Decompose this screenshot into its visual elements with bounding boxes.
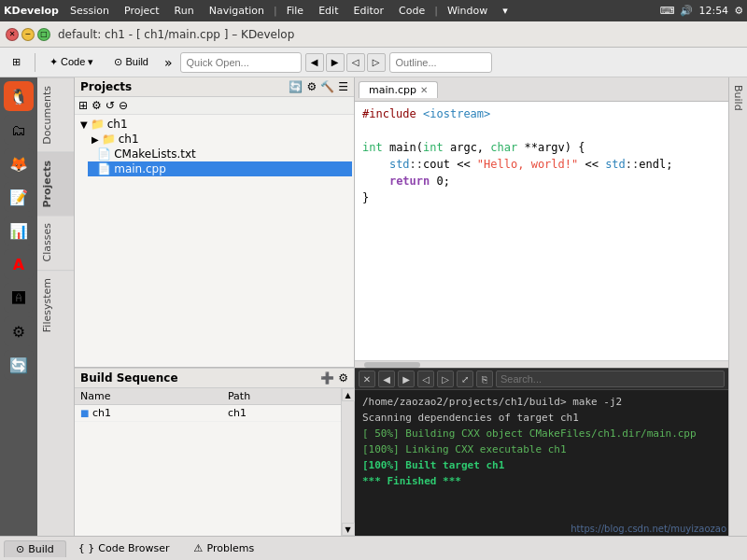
row-icon: ■	[80, 408, 89, 418]
menu-file[interactable]: File	[279, 5, 311, 17]
left-panel: Projects 🔄 ⚙ 🔨 ☰ ⊞ ⚙ ↺ ⊖ ▼ 📁 ch1	[75, 77, 355, 536]
sync-icon[interactable]: 🔄	[289, 80, 303, 93]
classes-tab[interactable]: Classes	[37, 215, 74, 269]
output-copy-button[interactable]: ⎘	[476, 371, 493, 387]
system-tray: ⌨ 🔊 12:54 ⚙	[660, 5, 743, 17]
build-header-icons: ➕ ⚙	[320, 371, 348, 385]
output-line-6: *** Finished ***	[362, 473, 721, 489]
nav-left-button[interactable]: ◁	[346, 53, 365, 72]
output-toolbar: ✕ ◀ ▶ ◁ ▷ ⤢ ⎘	[355, 369, 728, 390]
build-small-icon[interactable]: 🔨	[320, 80, 334, 93]
menu-navigation[interactable]: Navigation	[202, 5, 272, 17]
projects-toolbar: ⊞ ⚙ ↺ ⊖	[75, 97, 354, 115]
table-row[interactable]: ■ ch1 ch1	[75, 405, 341, 422]
filesystem-tab[interactable]: Filesystem	[37, 270, 74, 340]
build-button[interactable]: ⊙ Build	[106, 53, 157, 71]
toolbar-sep1	[35, 53, 35, 72]
audio-icon[interactable]: 🔊	[680, 5, 693, 17]
arrow-right-icon: ▶	[92, 134, 99, 145]
minimize-button[interactable]: ─	[21, 28, 35, 41]
arrow-down-icon: ▼	[80, 119, 88, 130]
quick-open-input[interactable]	[180, 52, 302, 73]
ubuntu-icon[interactable]: 🐧	[4, 81, 34, 111]
projects-tab[interactable]: Projects	[37, 152, 74, 216]
toolbar: ⊞ ✦ Code ▾ ⊙ Build » ◀ ▶ ◁ ▷	[0, 48, 747, 77]
menu-session[interactable]: Session	[63, 5, 117, 17]
code-line-6: }	[362, 189, 721, 206]
output-search-input[interactable]	[496, 371, 725, 387]
editor-tab-maincpp[interactable]: main.cpp ✕	[359, 81, 438, 98]
tree-label: ch1	[119, 133, 139, 146]
menu-edit[interactable]: Edit	[311, 5, 345, 17]
projects-header-icons: 🔄 ⚙ 🔨 ☰	[289, 80, 348, 93]
files-icon[interactable]: 🗂	[4, 115, 34, 145]
tab-code-browser[interactable]: { } Code Browser	[66, 539, 182, 557]
build-vertical-tab[interactable]: Build	[728, 77, 747, 536]
scroll-thumb	[364, 362, 420, 368]
output-right-button[interactable]: ▷	[437, 371, 454, 387]
menu-bar: Session Project Run Navigation | File Ed…	[63, 5, 515, 17]
menu-project[interactable]: Project	[117, 5, 167, 17]
nav-back-button[interactable]: ◀	[305, 53, 324, 72]
code-button[interactable]: ✦ Code ▾	[41, 53, 102, 71]
nav-forward-button[interactable]: ▶	[326, 53, 345, 72]
nav-right-button[interactable]: ▷	[367, 53, 386, 72]
keyboard-icon[interactable]: ⌨	[660, 5, 675, 17]
output-line-4: [100%] Linking CXX executable ch1	[362, 441, 721, 457]
menu-window[interactable]: Window	[440, 5, 495, 17]
tree-item-ch1-sub[interactable]: ▶ 📁 ch1	[88, 132, 352, 147]
menu-editor[interactable]: Editor	[345, 5, 391, 17]
scroll-up-button[interactable]: ▲	[342, 388, 355, 401]
output-prev-button[interactable]: ◀	[378, 371, 395, 387]
tree-item-maincpp[interactable]: 📄 main.cpp	[88, 161, 352, 176]
settings-build-icon[interactable]: ⚙	[338, 371, 348, 385]
tree-label: CMakeLists.txt	[114, 147, 196, 161]
menu-sep2: |	[434, 5, 438, 17]
output-expand-button[interactable]: ⤢	[457, 371, 473, 387]
settings-icon[interactable]: ⚙	[734, 5, 743, 17]
right-panel: main.cpp ✕ #include <iostream> int main(…	[355, 77, 728, 536]
firefox-icon[interactable]: 🦊	[4, 148, 34, 178]
documents-tab[interactable]: Documents	[37, 77, 74, 152]
side-panels: Documents Projects Classes Filesystem	[37, 77, 75, 536]
settings-small-icon[interactable]: ⚙	[306, 80, 317, 93]
scroll-down-button[interactable]: ▼	[342, 523, 355, 536]
menu-run[interactable]: Run	[167, 5, 202, 17]
menu-window-arrow[interactable]: ▾	[495, 5, 515, 17]
add-build-icon[interactable]: ➕	[320, 371, 334, 385]
update-icon[interactable]: 🔄	[4, 350, 34, 380]
projects-header: Projects 🔄 ⚙ 🔨 ☰	[75, 77, 354, 97]
editor-content[interactable]: #include <iostream> int main(int argc, c…	[355, 102, 728, 360]
text-editor-icon[interactable]: A	[4, 249, 34, 279]
maximize-button[interactable]: □	[37, 28, 50, 41]
code-line-3: int main(int argc, char **argv) {	[362, 139, 721, 156]
close-button[interactable]: ✕	[6, 28, 19, 41]
output-next-button[interactable]: ▶	[398, 371, 415, 387]
spreadsheet-icon[interactable]: 📊	[4, 216, 34, 245]
outline-input[interactable]	[389, 52, 492, 73]
tab-close-button[interactable]: ✕	[420, 85, 428, 95]
project-tree: ▼ 📁 ch1 ▶ 📁 ch1 📄 CMakeLists.txt 📄	[75, 115, 354, 367]
doc-icon[interactable]: 📝	[4, 182, 34, 212]
output-close-button[interactable]: ✕	[359, 371, 375, 387]
row-path: ch1	[222, 405, 341, 422]
amazon-icon[interactable]: 🅰	[4, 283, 34, 313]
menu-code[interactable]: Code	[391, 5, 432, 17]
cpp-file-icon: 📄	[97, 162, 111, 175]
editor-scrollbar[interactable]	[355, 360, 728, 368]
more-button[interactable]: »	[161, 55, 176, 70]
output-left-button[interactable]: ◁	[417, 371, 434, 387]
collapse-icon[interactable]: ⊖	[119, 99, 128, 112]
tree-item-ch1-root[interactable]: ▼ 📁 ch1	[77, 117, 352, 132]
tab-build[interactable]: ⊙ Build	[4, 540, 66, 557]
tab-problems[interactable]: ⚠ Problems	[182, 539, 267, 557]
add-icon[interactable]: ☰	[338, 80, 348, 93]
col-path: Path	[222, 388, 341, 405]
settings2-icon[interactable]: ⚙	[4, 316, 34, 346]
refresh-icon[interactable]: ↺	[106, 99, 115, 112]
build-scrollbar: ▲ ▼	[341, 388, 354, 536]
tree-item-cmake[interactable]: 📄 CMakeLists.txt	[88, 147, 352, 161]
grid-small-icon[interactable]: ⊞	[78, 99, 88, 112]
settings-toolbar-icon[interactable]: ⚙	[92, 99, 102, 112]
grid-button[interactable]: ⊞	[4, 53, 29, 71]
